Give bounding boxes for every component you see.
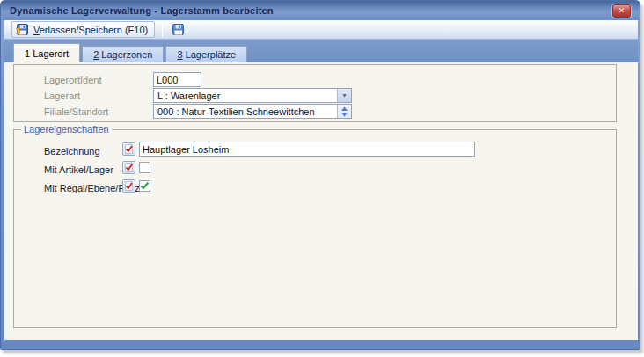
bezeichnung-verify-button[interactable] [122, 142, 135, 156]
verify-check-icon [123, 143, 135, 155]
verify-check-icon [123, 162, 135, 173]
filiale-select[interactable]: 000 : Natur-Textilien Schneewittchen [153, 104, 352, 119]
lagerort-identity-group: LagerortIdent Lagerart L : Warenlager ▾ … [13, 64, 617, 122]
titlebar: Dynamische Lagerverwaltung - Lagerstamm … [1, 1, 640, 20]
filiale-spin-button[interactable] [337, 105, 351, 118]
lagerart-selected-value: L : Warenlager [154, 89, 337, 102]
toolbar: Verlassen/Speichern (F10) [4, 20, 638, 40]
floppy-exit-icon [16, 23, 29, 36]
tab-strip: 1 Lagerort 2 Lagerzonen 3 Lagerplätze [4, 40, 638, 62]
checkmark-icon [140, 181, 150, 191]
filiale-label: Filiale/Standort [44, 106, 108, 117]
exit-save-button[interactable]: Verlassen/Speichern (F10) [11, 21, 155, 38]
lagereigenschaften-legend: Lagereigenschaften [21, 124, 112, 135]
tab-lagerzonen[interactable]: 2 Lagerzonen [82, 46, 164, 62]
close-icon: ✕ [618, 7, 626, 15]
lagereigenschaften-group: Lagereigenschaften Bezeichnung Mit Artik… [13, 129, 617, 328]
dialog-window: Dynamische Lagerverwaltung - Lagerstamm … [0, 0, 640, 350]
lagerart-label: Lagerart [44, 91, 80, 101]
window-title: Dynamische Lagerverwaltung - Lagerstamm … [10, 5, 274, 16]
save-button[interactable] [168, 21, 188, 38]
mit-regal-verify-button[interactable] [122, 179, 135, 193]
lagerort-ident-label: LagerortIdent [44, 75, 101, 85]
lagerort-ident-input[interactable] [153, 72, 201, 87]
bezeichnung-label: Bezeichnung [44, 146, 100, 157]
up-down-arrows-icon [340, 106, 348, 117]
lagerart-select[interactable]: L : Warenlager ▾ [153, 88, 352, 103]
tab-lagerplaetze[interactable]: 3 Lagerplätze [165, 46, 247, 62]
toolbar-separator [162, 22, 163, 37]
mit-artikel-checkbox[interactable] [139, 162, 150, 173]
exit-save-label: Verlassen/Speichern (F10) [33, 25, 148, 35]
tab-lagerort[interactable]: 1 Lagerort [13, 43, 80, 62]
mit-artikel-label: Mit Artikel/Lager [44, 164, 113, 175]
verify-check-icon [123, 180, 135, 192]
bezeichnung-input[interactable] [139, 142, 475, 157]
close-button[interactable]: ✕ [612, 4, 631, 18]
filiale-selected-value: 000 : Natur-Textilien Schneewittchen [154, 105, 337, 118]
floppy-save-icon [172, 23, 185, 36]
mit-regal-checkbox[interactable] [139, 180, 150, 192]
lagerart-dropdown-button[interactable]: ▾ [337, 89, 351, 102]
mit-artikel-verify-button[interactable] [122, 161, 135, 174]
tab-panel-lagerort: LagerortIdent Lagerart L : Warenlager ▾ … [4, 62, 638, 340]
chevron-down-icon: ▾ [342, 92, 346, 99]
